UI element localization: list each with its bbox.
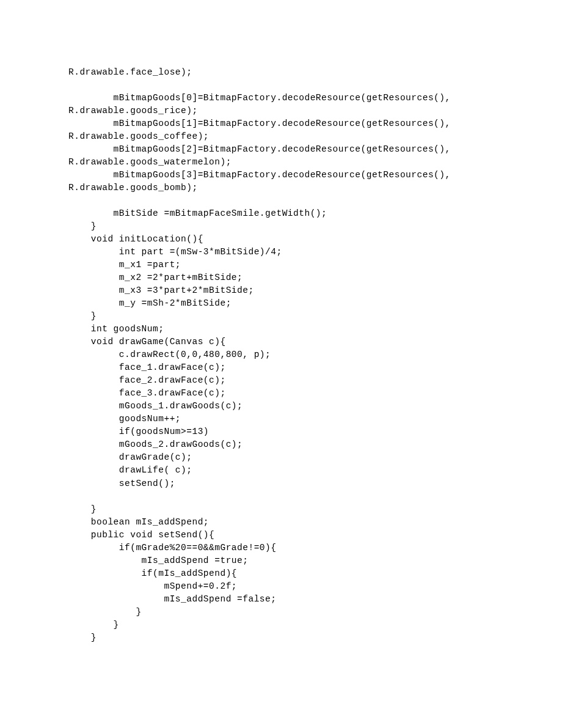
code-block: R.drawable.face_lose); mBitmapGoods[0]=B… xyxy=(68,66,494,644)
document-page: R.drawable.face_lose); mBitmapGoods[0]=B… xyxy=(0,0,562,728)
